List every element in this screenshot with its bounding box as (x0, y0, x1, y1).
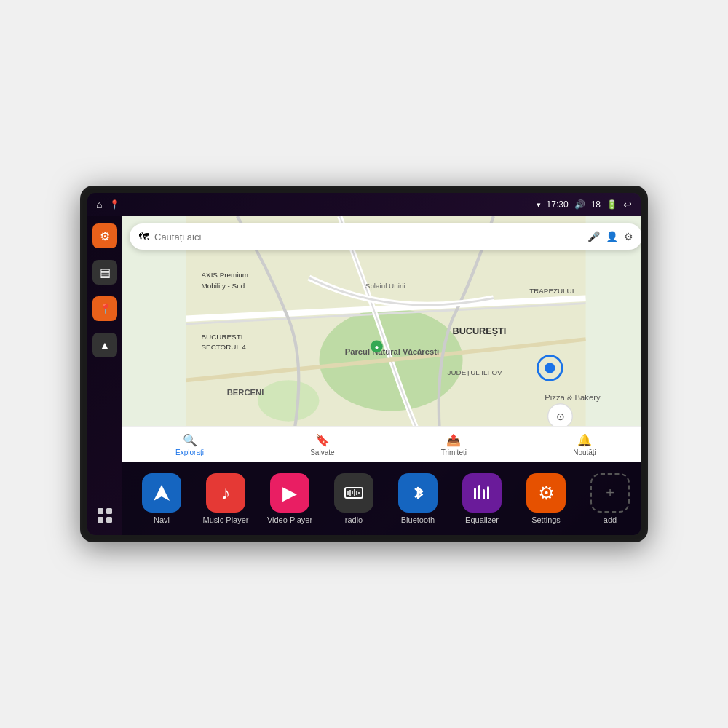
send-icon: 📤 (446, 433, 461, 447)
map-bottom-tabs: 🔍 Explorați 🔖 Salvate 📤 Trimiteți � (122, 426, 641, 462)
app-music-player[interactable]: ♪ Music Player (194, 473, 258, 524)
status-left: ⌂ 📍 (96, 199, 120, 210)
user-icon[interactable]: 👤 (606, 231, 618, 242)
nav-icon: ▲ (100, 339, 110, 351)
bluetooth-icon (398, 473, 438, 513)
app-add[interactable]: + add (578, 473, 641, 524)
svg-rect-0 (98, 508, 103, 514)
svg-rect-38 (487, 486, 489, 499)
settings-label: Settings (531, 515, 561, 524)
svg-rect-3 (106, 517, 112, 523)
status-bar: ⌂ 📍 ▾ 17:30 🔊 18 🔋 ↩ (87, 193, 641, 216)
svg-text:SECTORUL 4: SECTORUL 4 (202, 343, 247, 351)
saved-icon: 🔖 (315, 433, 330, 447)
svg-text:JUDEȚUL ILFOV: JUDEȚUL ILFOV (448, 368, 503, 376)
main-content: ⚙ ▤ 📍 ▲ (87, 216, 641, 535)
svg-text:BERCENI: BERCENI (227, 388, 264, 397)
maps-status-icon[interactable]: 📍 (109, 199, 120, 210)
device: ⌂ 📍 ▾ 17:30 🔊 18 🔋 ↩ ⚙ ▤ (80, 186, 648, 542)
app-navi[interactable]: Navi (130, 473, 194, 524)
battery-level: 18 (591, 199, 601, 210)
grid-icon (97, 507, 113, 523)
sidebar-item-maps[interactable]: 📍 (92, 296, 117, 321)
bottom-app-bar: Navi ♪ Music Player ▶ Video Player (122, 462, 641, 535)
news-icon: 🔔 (577, 433, 592, 447)
app-equalizer[interactable]: Equalizer (450, 473, 514, 524)
svg-text:Pizza & Bakery: Pizza & Bakery (545, 394, 601, 403)
explore-icon: 🔍 (183, 433, 197, 447)
svg-point-21 (545, 363, 555, 373)
video-player-icon: ▶ (270, 473, 309, 513)
equalizer-icon (462, 473, 502, 513)
svg-text:⊙: ⊙ (556, 411, 565, 422)
status-right: ▾ 17:30 🔊 18 🔋 ↩ (537, 199, 632, 210)
svg-rect-36 (478, 485, 480, 499)
sidebar-bottom (92, 503, 117, 528)
svg-marker-27 (154, 485, 170, 501)
svg-text:●: ● (375, 343, 379, 351)
app-bluetooth[interactable]: Bluetooth (386, 473, 450, 524)
music-player-icon: ♪ (206, 473, 245, 513)
svg-text:Parcul Natural Văcărești: Parcul Natural Văcărești (345, 347, 439, 356)
svg-rect-35 (474, 488, 476, 499)
files-icon: ▤ (100, 266, 111, 280)
sidebar-item-files[interactable]: ▤ (92, 260, 117, 285)
navi-icon (142, 473, 181, 513)
mic-icon[interactable]: 🎤 (587, 231, 600, 242)
home-icon[interactable]: ⌂ (96, 199, 102, 210)
location-icon: 📍 (99, 303, 111, 314)
bluetooth-label: Bluetooth (401, 515, 435, 524)
back-icon[interactable]: ↩ (623, 199, 632, 210)
music-player-label: Music Player (203, 515, 249, 524)
center-area: Parcul Natural Văcărești BUCUREȘTI JUDEȚ… (122, 216, 641, 535)
google-maps-icon: 🗺 (138, 231, 149, 242)
app-radio[interactable]: radio (322, 473, 386, 524)
map-search-bar[interactable]: 🗺 🎤 👤 ⚙ (130, 223, 641, 250)
sidebar-item-settings[interactable]: ⚙ (92, 223, 117, 248)
saved-label: Salvate (310, 448, 334, 456)
radio-label: radio (345, 515, 363, 524)
add-label: add (604, 515, 617, 524)
svg-point-6 (258, 380, 320, 421)
sidebar-grid-button[interactable] (92, 503, 117, 528)
video-player-label: Video Player (267, 515, 312, 524)
gear-icon: ⚙ (100, 229, 110, 243)
svg-text:Splaiul Unirii: Splaiul Unirii (365, 282, 405, 290)
svg-rect-1 (106, 508, 112, 514)
map-container[interactable]: Parcul Natural Văcărești BUCUREȘTI JUDEȚ… (122, 216, 641, 462)
map-tab-explore[interactable]: 🔍 Explorați (175, 433, 204, 456)
explore-label: Explorați (175, 448, 204, 456)
add-icon: + (590, 473, 630, 513)
volume-icon[interactable]: 🔊 (574, 199, 585, 210)
battery-icon: 🔋 (606, 199, 617, 210)
news-label: Noutăți (573, 448, 596, 456)
app-video-player[interactable]: ▶ Video Player (258, 473, 322, 524)
map-search-input[interactable] (154, 232, 582, 242)
navi-label: Navi (154, 515, 170, 524)
map-tab-send[interactable]: 📤 Trimiteți (441, 433, 467, 456)
sidebar-item-navigation[interactable]: ▲ (92, 333, 117, 357)
map-tab-news[interactable]: 🔔 Noutăți (573, 433, 596, 456)
settings-icon: ⚙ (526, 473, 566, 513)
svg-text:BUCUREȘTI: BUCUREȘTI (453, 326, 507, 336)
send-label: Trimiteți (441, 448, 467, 456)
settings-icon-map[interactable]: ⚙ (624, 231, 633, 242)
app-settings[interactable]: ⚙ Settings (514, 473, 578, 524)
equalizer-label: Equalizer (465, 515, 499, 524)
map-tab-saved[interactable]: 🔖 Salvate (310, 433, 334, 456)
sidebar: ⚙ ▤ 📍 ▲ (87, 216, 122, 535)
svg-rect-37 (483, 489, 485, 499)
svg-text:Mobility - Sud: Mobility - Sud (202, 282, 245, 290)
svg-rect-2 (98, 517, 103, 523)
radio-icon (334, 473, 373, 513)
status-time: 17:30 (547, 199, 569, 210)
screen: ⌂ 📍 ▾ 17:30 🔊 18 🔋 ↩ ⚙ ▤ (87, 193, 641, 535)
signal-icon: ▾ (537, 200, 541, 210)
svg-text:AXIS Premium: AXIS Premium (202, 272, 249, 280)
svg-text:BUCUREȘTI: BUCUREȘTI (202, 333, 243, 341)
svg-text:TRAPEZULUI: TRAPEZULUI (529, 287, 574, 295)
